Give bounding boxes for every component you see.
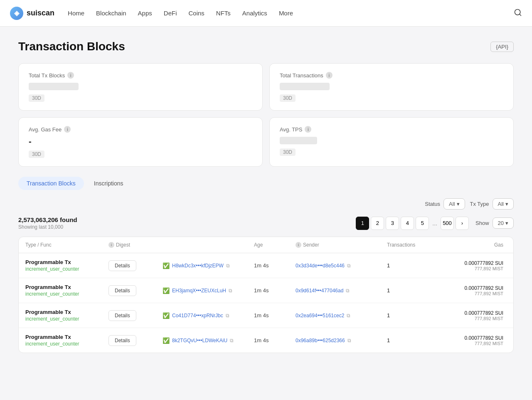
gas-sui-1: 0.000777892 SUI (429, 285, 503, 291)
tx-type-1: Programmable Tx (25, 284, 108, 290)
details-button-0[interactable]: Details (108, 260, 136, 271)
pagination: 1 2 3 4 5 ... 500 › (356, 217, 469, 230)
digest-link-1[interactable]: EH3jamqX•••ZEUXcLuH (172, 288, 226, 294)
tx-type-0: Programmable Tx (25, 259, 108, 265)
tx-func-0: increment_user_counter (25, 266, 108, 272)
page-btn-last[interactable]: 500 (441, 217, 454, 230)
col-gas-3: 0.000777892 SUI 777,892 MIST (429, 335, 503, 346)
col-type-2: Programmable Tx increment_user_counter (25, 309, 108, 322)
details-button-1[interactable]: Details (108, 285, 136, 296)
table-row: Programmable Tx increment_user_counter D… (19, 303, 513, 328)
nav-analytics[interactable]: Analytics (242, 10, 267, 17)
col-age-0: 1m 4s (254, 262, 296, 269)
tx-func-2: increment_user_counter (25, 316, 108, 322)
info-icon-total-tx-blocks[interactable]: i (67, 72, 74, 79)
nav-more[interactable]: More (279, 10, 293, 17)
digest-info-icon[interactable]: i (108, 242, 114, 248)
col-digest-3: ✅ 8k2TGQvU•••LDWeKAiU ⧉ (163, 337, 254, 344)
stat-card-total-transactions: Total Transactions i 30D (269, 63, 514, 111)
details-button-2[interactable]: Details (108, 310, 136, 321)
col-details-0: Details (108, 260, 163, 271)
copy-icon-sender-0[interactable]: ⧉ (347, 263, 351, 269)
col-type-1: Programmable Tx increment_user_counter (25, 284, 108, 297)
details-button-3[interactable]: Details (108, 335, 136, 346)
col-header-type: Type / Func (25, 242, 108, 248)
col-age-1: 1m 4s (254, 287, 296, 294)
col-digest-2: ✅ Co41D774•••xpRNrJbc ⧉ (163, 312, 254, 319)
api-badge[interactable]: {API} (490, 42, 514, 52)
sender-link-0[interactable]: 0x3d34de•••d8e5c446 (296, 263, 345, 269)
page-btn-5[interactable]: 5 (416, 217, 429, 230)
stat-label-total-tx-blocks: Total Tx Blocks i (29, 72, 252, 79)
col-sender-1: 0x9d614f•••477046ad ⧉ (296, 288, 387, 294)
nav-apps[interactable]: Apps (138, 10, 152, 17)
tab-transaction-blocks[interactable]: Transaction Blocks (18, 177, 84, 190)
nav-coins[interactable]: Coins (188, 10, 204, 17)
tabs: Transaction Blocks Inscriptions (18, 177, 514, 190)
copy-icon-digest-1[interactable]: ⧉ (229, 288, 232, 294)
sender-link-3[interactable]: 0x96a89b•••625d2366 (296, 338, 345, 343)
digest-link-3[interactable]: 8k2TGQvU•••LDWeKAiU (172, 338, 227, 343)
info-icon-total-transactions[interactable]: i (326, 72, 332, 79)
svg-line-1 (520, 14, 521, 16)
chevron-down-icon-2: ▾ (505, 201, 508, 207)
info-icon-avg-tps[interactable]: i (305, 126, 311, 133)
nav-nfts[interactable]: NFTs (216, 10, 231, 17)
copy-icon-sender-1[interactable]: ⧉ (346, 288, 350, 294)
page-header: Transaction Blocks {API} (18, 40, 514, 53)
nav-defi[interactable]: DeFi (164, 10, 177, 17)
gas-mist-3: 777,892 MIST (429, 341, 503, 346)
tx-type-2: Programmable Tx (25, 309, 108, 315)
col-sender-3: 0x96a89b•••625d2366 ⧉ (296, 338, 387, 343)
page-btn-4[interactable]: 4 (401, 217, 414, 230)
stat-label-total-transactions: Total Transactions i (280, 72, 503, 79)
page-btn-3[interactable]: 3 (386, 217, 399, 230)
sender-link-2[interactable]: 0x2ea694•••5161cec2 (296, 313, 344, 319)
nav-home[interactable]: Home (68, 10, 84, 17)
col-tx-count-0: 1 (387, 262, 429, 269)
logo[interactable]: ◈ suiscan (10, 7, 54, 20)
show-select[interactable]: 20 ▾ (493, 217, 514, 229)
navbar: ◈ suiscan Home Blockchain Apps DeFi Coin… (0, 0, 532, 27)
col-tx-count-1: 1 (387, 287, 429, 294)
table-row: Programmable Tx increment_user_counter D… (19, 253, 513, 278)
stat-period-total-tx-blocks: 30D (29, 94, 44, 102)
sender-link-1[interactable]: 0x9d614f•••477046ad (296, 288, 343, 294)
copy-icon-digest-2[interactable]: ⧉ (226, 313, 229, 319)
col-age-2: 1m 4s (254, 312, 296, 319)
copy-icon-sender-3[interactable]: ⧉ (347, 338, 351, 343)
col-details-1: Details (108, 285, 163, 296)
sender-info-icon[interactable]: i (296, 242, 301, 248)
copy-icon-sender-2[interactable]: ⧉ (347, 313, 350, 319)
transactions-table: Type / Func i Digest Age i Sender Transa… (18, 237, 514, 353)
page-btn-2[interactable]: 2 (371, 217, 384, 230)
col-sender-0: 0x3d34de•••d8e5c446 ⧉ (296, 263, 387, 269)
col-type-3: Programmable Tx increment_user_counter (25, 334, 108, 347)
digest-link-2[interactable]: Co41D774•••xpRNrJbc (172, 313, 223, 319)
show-group: Show 20 ▾ (475, 217, 514, 229)
digest-link-0[interactable]: H8wkDc3x•••kfDjzEPW (172, 263, 224, 269)
copy-icon-digest-0[interactable]: ⧉ (226, 263, 230, 269)
nav-blockchain[interactable]: Blockchain (96, 10, 126, 17)
table-row: Programmable Tx increment_user_counter D… (19, 328, 513, 353)
stat-grid: Total Tx Blocks i 30D Total Transactions… (18, 63, 514, 111)
stat-value-bar-total-tx-blocks (29, 83, 79, 90)
col-header-sender: i Sender (296, 242, 387, 248)
page-btn-next[interactable]: › (456, 217, 469, 230)
status-select[interactable]: All ▾ (443, 198, 465, 210)
chevron-down-icon-3: ▾ (505, 220, 508, 226)
tx-type-label: Tx Type (470, 201, 489, 207)
check-icon-3: ✅ (163, 337, 170, 344)
table-row: Programmable Tx increment_user_counter D… (19, 278, 513, 303)
tx-type-3: Programmable Tx (25, 334, 108, 340)
col-gas-1: 0.000777892 SUI 777,892 MIST (429, 285, 503, 296)
stat-value-avg-gas-fee: - (29, 137, 252, 146)
tx-type-select[interactable]: All ▾ (493, 198, 514, 210)
col-details-2: Details (108, 310, 163, 321)
search-button[interactable] (514, 8, 522, 18)
page-btn-1[interactable]: 1 (356, 217, 369, 230)
info-icon-avg-gas-fee[interactable]: i (64, 126, 71, 133)
tab-inscriptions[interactable]: Inscriptions (86, 177, 132, 190)
stat-value-bar-avg-tps (280, 137, 317, 144)
copy-icon-digest-3[interactable]: ⧉ (230, 338, 234, 343)
